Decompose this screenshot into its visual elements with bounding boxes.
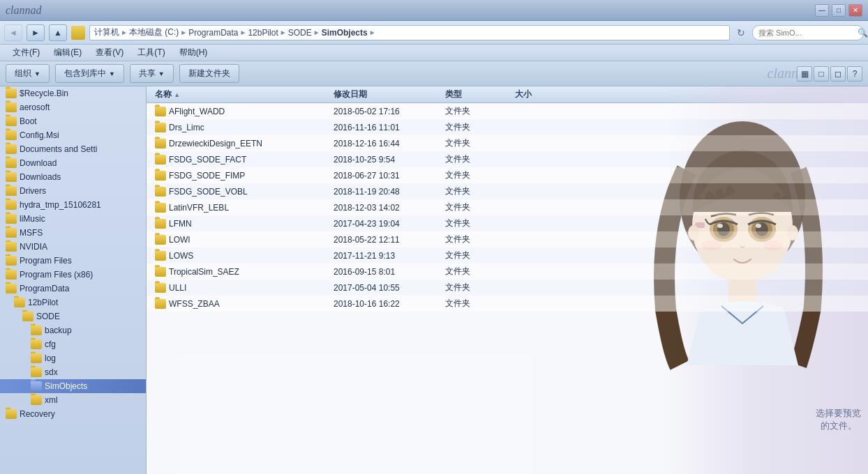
- table-row[interactable]: DrzewieckiDesign_EETN 2018-12-16 16:44 文…: [147, 135, 868, 151]
- folder-icon: [6, 116, 17, 126]
- folder-icon: [155, 155, 166, 165]
- close-button[interactable]: ✕: [848, 4, 862, 17]
- view-large-icon-button[interactable]: □: [814, 66, 829, 82]
- folder-icon: [155, 251, 166, 261]
- table-row[interactable]: TropicalSim_SAEZ 2016-09-15 8:01 文件夹: [147, 263, 868, 280]
- sidebar-item-downloads[interactable]: Downloads: [0, 170, 146, 184]
- sidebar-item-sdx[interactable]: sdx: [0, 365, 146, 379]
- view-details-button[interactable]: ▦: [797, 66, 812, 82]
- refresh-button[interactable]: ↻: [734, 26, 748, 40]
- folder-icon: [155, 171, 166, 181]
- sidebar-item-simobjects[interactable]: SimObjects: [0, 379, 146, 393]
- folder-icon: [155, 299, 166, 309]
- menu-edit[interactable]: 编辑(E): [47, 45, 89, 60]
- folder-icon: [6, 270, 17, 280]
- sidebar-item-programfiles-x86[interactable]: Program Files (x86): [0, 268, 146, 282]
- col-header-size[interactable]: 大小: [515, 89, 571, 100]
- sidebar-item-config[interactable]: Config.Msi: [0, 128, 146, 142]
- title-bar-controls: — □ ✕: [815, 4, 862, 17]
- search-icon: 🔍: [858, 28, 868, 38]
- sidebar-item-xml[interactable]: xml: [0, 393, 146, 407]
- sidebar-item-backup[interactable]: backup: [0, 323, 146, 337]
- sidebar-item-limusic[interactable]: liMusic: [0, 212, 146, 226]
- breadcrumb-simobjects: SimObjects: [322, 28, 368, 38]
- folder-icon-selected: [31, 381, 42, 391]
- sidebar-item-recovery[interactable]: Recovery: [0, 407, 146, 421]
- folder-icon: [6, 172, 17, 182]
- table-row[interactable]: ULLI 2017-05-04 10:55 文件夹: [147, 280, 868, 296]
- sidebar-item-log[interactable]: log: [0, 351, 146, 365]
- forward-button[interactable]: ►: [27, 24, 45, 41]
- organize-arrow: ▼: [34, 70, 40, 77]
- table-row[interactable]: LOWI 2018-05-22 12:11 文件夹: [147, 231, 868, 247]
- search-input[interactable]: [758, 29, 855, 37]
- breadcrumb-local-disk[interactable]: 本地磁盘 (C:): [129, 26, 179, 38]
- file-list: AFlight_WADD 2018-05-02 17:16 文件夹 Drs_Li…: [147, 103, 868, 474]
- sidebar-item-boot[interactable]: Boot: [0, 114, 146, 128]
- back-button[interactable]: ◄: [4, 24, 22, 41]
- sidebar-item-cfg[interactable]: cfg: [0, 337, 146, 351]
- preview-line2: 的文件。: [816, 420, 861, 432]
- help-view-button[interactable]: ?: [847, 66, 862, 82]
- sidebar-item-aerosoft[interactable]: aerosoft: [0, 100, 146, 114]
- table-row[interactable]: LatinVFR_LEBL 2018-12-03 14:02 文件夹: [147, 199, 868, 215]
- folder-icon: [6, 144, 17, 154]
- menu-help[interactable]: 帮助(H): [172, 45, 215, 60]
- address-bar: ◄ ► ▲ 计算机 ► 本地磁盘 (C:) ► ProgramData ► 12…: [0, 21, 868, 45]
- col-header-type[interactable]: 类型: [445, 89, 515, 100]
- sidebar-item-hydra[interactable]: hydra_tmp_15106281: [0, 198, 146, 212]
- breadcrumb-programdata[interactable]: ProgramData: [188, 28, 238, 38]
- new-folder-label: 新建文件夹: [188, 68, 230, 79]
- organize-button[interactable]: 组织 ▼: [6, 64, 50, 83]
- col-header-name[interactable]: 名称 ▲: [152, 89, 334, 100]
- table-row[interactable]: WFSS_ZBAA 2018-10-16 16:22 文件夹: [147, 296, 868, 312]
- sidebar-item-programdata[interactable]: ProgramData: [0, 282, 146, 296]
- table-row[interactable]: Drs_Limc 2016-11-16 11:01 文件夹: [147, 119, 868, 135]
- maximize-button[interactable]: □: [832, 4, 846, 17]
- folder-icon: [6, 89, 17, 98]
- table-row[interactable]: LOWS 2017-11-21 9:13 文件夹: [147, 247, 868, 263]
- folder-icon: [6, 102, 17, 112]
- folder-icon: [6, 242, 17, 252]
- view-list-button[interactable]: ◻: [830, 66, 846, 82]
- sidebar: $Recycle.Bin aerosoft Boot Config.Msi Do…: [0, 86, 147, 474]
- minimize-button[interactable]: —: [815, 4, 829, 17]
- folder-icon: [6, 158, 17, 168]
- title-bar-left: clannad: [6, 4, 42, 17]
- folder-icon: [155, 219, 166, 229]
- menu-file[interactable]: 文件(F): [6, 45, 47, 60]
- view-buttons: ▦ □ ◻ ?: [797, 66, 862, 82]
- new-folder-button[interactable]: 新建文件夹: [179, 64, 239, 83]
- folder-icon: [155, 187, 166, 197]
- breadcrumb-sode[interactable]: SODE: [288, 28, 312, 38]
- table-row[interactable]: FSDG_SODE_FACT 2018-10-25 9:54 文件夹: [147, 151, 868, 167]
- table-row[interactable]: FSDG_SODE_VOBL 2018-11-19 20:48 文件夹: [147, 183, 868, 199]
- table-row[interactable]: FSDG_SODE_FIMP 2018-06-27 10:31 文件夹: [147, 167, 868, 183]
- menu-view[interactable]: 查看(V): [89, 45, 130, 60]
- sidebar-item-nvidia[interactable]: NVIDIA: [0, 240, 146, 254]
- breadcrumb-12bpilot[interactable]: 12bPilot: [248, 28, 278, 38]
- breadcrumb: 计算机 ► 本地磁盘 (C:) ► ProgramData ► 12bPilot…: [89, 25, 730, 40]
- preview-panel: 选择要预览 的文件。: [816, 407, 861, 432]
- sidebar-item-documents[interactable]: Documents and Setti: [0, 142, 146, 156]
- include-library-button[interactable]: 包含到库中 ▼: [55, 64, 124, 83]
- sidebar-item-sode[interactable]: SODE: [0, 309, 146, 323]
- app-logo: clannad: [6, 4, 42, 17]
- sidebar-item-drivers[interactable]: Drivers: [0, 184, 146, 198]
- folder-icon: [31, 326, 42, 335]
- folder-icon: [155, 123, 166, 132]
- file-table-header: 名称 ▲ 修改日期 类型 大小: [147, 86, 868, 103]
- col-header-date[interactable]: 修改日期: [334, 89, 445, 100]
- sidebar-item-12bpilot[interactable]: 12bPilot: [0, 296, 146, 309]
- folder-icon: [155, 283, 166, 293]
- table-row[interactable]: AFlight_WADD 2018-05-02 17:16 文件夹: [147, 103, 868, 119]
- table-row[interactable]: LFMN 2017-04-23 19:04 文件夹: [147, 215, 868, 231]
- sidebar-item-programfiles[interactable]: Program Files: [0, 254, 146, 268]
- breadcrumb-computer[interactable]: 计算机: [94, 26, 119, 38]
- sidebar-item-recycle[interactable]: $Recycle.Bin: [0, 86, 146, 100]
- sidebar-item-download[interactable]: Download: [0, 156, 146, 170]
- menu-tools[interactable]: 工具(T): [130, 45, 172, 60]
- share-button[interactable]: 共享 ▼: [130, 64, 174, 83]
- up-button[interactable]: ▲: [49, 24, 67, 41]
- sidebar-item-msfs[interactable]: MSFS: [0, 226, 146, 240]
